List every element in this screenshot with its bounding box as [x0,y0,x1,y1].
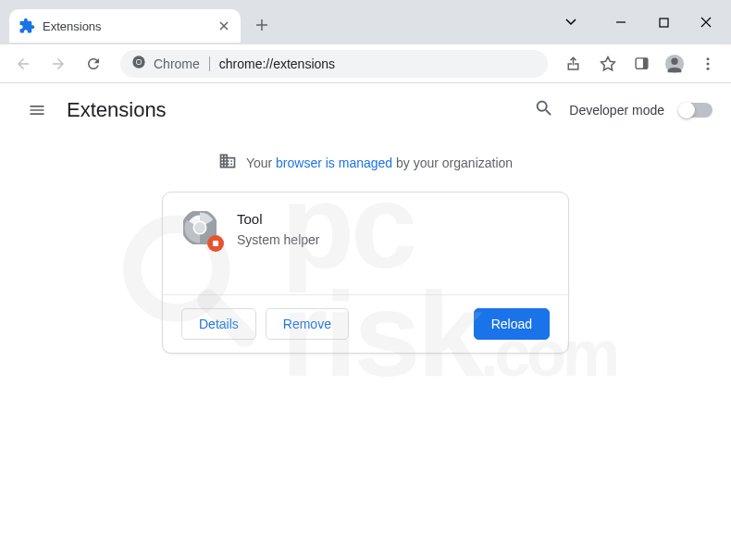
svg-point-10 [707,57,710,60]
svg-point-11 [707,62,710,65]
window-controls [550,0,731,44]
tab-title: Extensions [43,19,217,33]
extension-description: System helper [237,232,548,247]
managed-link[interactable]: browser is managed [276,156,392,170]
side-panel-icon[interactable] [626,48,657,80]
remove-button[interactable]: Remove [266,308,349,340]
svg-point-5 [137,59,142,64]
menu-dots-icon[interactable] [692,48,724,80]
hamburger-menu-icon[interactable] [19,92,56,129]
svg-point-15 [194,222,205,233]
page-title: Extensions [67,98,534,122]
page-header: Extensions Developer mode [0,83,731,137]
error-badge-icon [207,235,224,252]
svg-rect-16 [213,241,218,246]
chrome-icon [131,55,146,73]
toolbar: Chrome chrome://extensions [0,44,731,83]
minimize-button[interactable] [600,4,642,41]
extension-name: Tool [237,211,548,227]
extension-puzzle-icon [19,18,35,34]
back-button[interactable] [7,48,39,80]
reload-button[interactable] [78,48,109,80]
share-icon[interactable] [559,48,590,80]
building-icon [218,152,237,173]
managed-banner: Your browser is managed by your organiza… [0,137,731,192]
reload-button[interactable]: Reload [474,308,550,340]
extension-icon-wrap [183,211,220,248]
url-text: Chrome chrome://extensions [154,56,335,71]
extensions-list: Tool System helper Details Remove Reload [0,192,731,354]
dropdown-icon[interactable] [550,4,592,41]
address-bar[interactable]: Chrome chrome://extensions [120,50,548,78]
svg-rect-2 [660,19,668,27]
bookmark-star-icon[interactable] [592,48,624,80]
browser-tab[interactable]: Extensions [9,9,241,43]
extension-actions: Details Remove Reload [163,294,568,353]
profile-avatar-icon[interactable] [659,48,690,80]
managed-text: Your browser is managed by your organiza… [246,156,513,170]
svg-point-9 [671,57,677,64]
maximize-button[interactable] [642,4,685,41]
close-window-button[interactable] [685,4,727,41]
details-button[interactable]: Details [181,308,256,340]
toggle-knob [678,102,695,118]
svg-rect-7 [642,58,647,68]
titlebar: Extensions [0,0,731,44]
search-icon[interactable] [534,98,554,122]
developer-mode-toggle[interactable] [679,103,712,118]
extension-card: Tool System helper Details Remove Reload [162,192,569,354]
forward-button[interactable] [43,48,74,80]
developer-mode-label: Developer mode [569,103,664,118]
close-tab-icon[interactable] [217,19,231,33]
new-tab-button[interactable] [248,11,276,39]
svg-point-12 [707,67,710,69]
